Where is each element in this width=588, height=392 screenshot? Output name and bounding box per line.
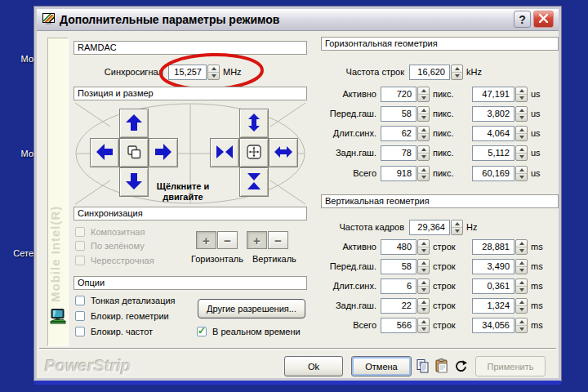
spinner-buttons[interactable] — [515, 278, 528, 294]
spin-down-icon[interactable] — [516, 95, 527, 101]
spin-up-icon[interactable] — [516, 127, 527, 134]
lines-spinner[interactable]: 58 — [381, 259, 430, 274]
spinner-value[interactable]: 5,112 — [472, 145, 514, 161]
spin-up-icon[interactable] — [418, 146, 429, 154]
time-spinner[interactable]: 3,490 — [472, 259, 528, 274]
lines-spinner[interactable]: 6 — [381, 278, 430, 294]
stretch-vertical-button[interactable] — [239, 109, 269, 138]
center-position-button[interactable] — [119, 138, 149, 167]
spin-down-icon[interactable] — [516, 174, 527, 180]
spin-up-icon[interactable] — [516, 299, 527, 306]
lines-spinner[interactable]: 566 — [381, 318, 430, 333]
spinner-value[interactable]: 480 — [381, 239, 416, 255]
time-spinner[interactable]: 5,112 — [472, 145, 528, 161]
stretch-horizontal-button[interactable] — [269, 138, 298, 167]
spin-up-icon[interactable] — [452, 65, 462, 73]
lines-spinner[interactable]: 22 — [381, 298, 430, 314]
close-button[interactable] — [533, 11, 554, 28]
spinner-buttons[interactable] — [417, 166, 430, 181]
fine-detail-checkbox[interactable] — [75, 296, 85, 305]
spinner-value[interactable]: 15,257 — [168, 65, 207, 80]
spinner-buttons[interactable] — [515, 239, 528, 255]
spin-up-icon[interactable] — [418, 107, 429, 114]
spin-down-icon[interactable] — [516, 114, 527, 121]
spinner-value[interactable]: 78 — [381, 145, 416, 161]
spin-up-icon[interactable] — [516, 146, 527, 154]
spin-down-icon[interactable] — [418, 114, 429, 121]
time-spinner[interactable]: 0,361 — [472, 278, 528, 294]
spin-up-icon[interactable] — [516, 240, 527, 247]
spin-up-icon[interactable] — [516, 279, 527, 287]
spin-down-icon[interactable] — [418, 287, 429, 293]
vertical-sync-minus-button[interactable]: − — [268, 231, 288, 249]
realtime-checkbox[interactable]: ✓ — [197, 327, 207, 336]
spinner-value[interactable]: 62 — [381, 126, 416, 141]
spinner-buttons[interactable] — [417, 239, 430, 255]
spinner-buttons[interactable] — [417, 145, 430, 161]
spin-down-icon[interactable] — [452, 228, 462, 234]
pixels-spinner[interactable]: 58 — [381, 106, 430, 122]
spinner-value[interactable]: 29,364 — [409, 220, 450, 235]
spinner-buttons[interactable] — [417, 106, 430, 122]
spinner-buttons[interactable] — [417, 259, 430, 274]
sync-signal-spinner[interactable]: 15,257 — [168, 65, 220, 80]
pixels-spinner[interactable]: 78 — [381, 145, 430, 161]
cancel-button[interactable]: Отмена — [351, 356, 412, 376]
spinner-buttons[interactable] — [515, 166, 528, 181]
spinner-buttons[interactable] — [515, 106, 528, 122]
spin-up-icon[interactable] — [418, 260, 429, 267]
spinner-buttons[interactable] — [515, 318, 528, 333]
spinner-value[interactable]: 1,324 — [472, 298, 514, 314]
spin-up-icon[interactable] — [516, 167, 527, 174]
desktop-icon-label[interactable]: Сете — [0, 248, 33, 258]
spinner-value[interactable]: 60,169 — [472, 166, 514, 181]
spin-down-icon[interactable] — [516, 154, 527, 160]
spin-up-icon[interactable] — [418, 127, 429, 134]
other-resolutions-button[interactable]: Другие разрешения... — [198, 299, 305, 318]
copy-button[interactable] — [416, 359, 430, 376]
move-left-button[interactable] — [90, 138, 119, 167]
spinner-buttons[interactable] — [515, 259, 528, 274]
refresh-button[interactable] — [455, 360, 467, 375]
time-spinner[interactable]: 47,191 — [472, 87, 528, 102]
spinner-value[interactable]: 34,056 — [472, 318, 514, 333]
time-spinner[interactable]: 28,881 — [472, 239, 528, 255]
spinner-value[interactable]: 4,064 — [472, 126, 514, 141]
spin-down-icon[interactable] — [418, 267, 429, 274]
spin-down-icon[interactable] — [516, 267, 527, 274]
time-spinner[interactable]: 34,056 — [472, 318, 528, 333]
spinner-value[interactable]: 16,620 — [409, 65, 450, 80]
spin-down-icon[interactable] — [516, 134, 527, 140]
spin-up-icon[interactable] — [418, 279, 429, 287]
spinner-value[interactable]: 3,802 — [472, 106, 514, 122]
spin-up-icon[interactable] — [516, 318, 527, 326]
time-spinner[interactable]: 4,064 — [472, 126, 528, 141]
spin-up-icon[interactable] — [418, 87, 429, 95]
lock-frequencies-checkbox[interactable] — [75, 327, 85, 336]
spin-down-icon[interactable] — [208, 73, 219, 79]
spin-down-icon[interactable] — [418, 154, 429, 160]
desktop-icon-label[interactable]: Мо — [0, 149, 33, 158]
spinner-buttons[interactable] — [515, 126, 528, 141]
help-button[interactable]: ? — [514, 11, 531, 28]
spinner-buttons[interactable] — [417, 278, 430, 294]
spinner-buttons[interactable] — [515, 145, 528, 161]
spin-down-icon[interactable] — [418, 326, 429, 332]
spin-up-icon[interactable] — [418, 240, 429, 247]
move-up-button[interactable] — [119, 109, 149, 138]
spinner-buttons[interactable] — [417, 298, 430, 314]
spin-up-icon[interactable] — [418, 167, 429, 174]
pixels-spinner[interactable]: 720 — [381, 87, 430, 102]
spinner-buttons[interactable] — [451, 220, 463, 235]
spin-down-icon[interactable] — [418, 306, 429, 313]
spinner-value[interactable]: 22 — [381, 298, 416, 314]
spinner-value[interactable]: 6 — [381, 278, 416, 294]
spin-down-icon[interactable] — [516, 287, 527, 293]
horizontal-sync-minus-button[interactable]: − — [217, 231, 238, 249]
spin-up-icon[interactable] — [516, 107, 527, 114]
spin-down-icon[interactable] — [418, 95, 429, 101]
spinner-value[interactable]: 47,191 — [472, 87, 514, 102]
ok-button[interactable]: Ok — [284, 356, 343, 376]
pixels-spinner[interactable]: 62 — [381, 126, 430, 141]
spinner-value[interactable]: 566 — [381, 318, 416, 333]
